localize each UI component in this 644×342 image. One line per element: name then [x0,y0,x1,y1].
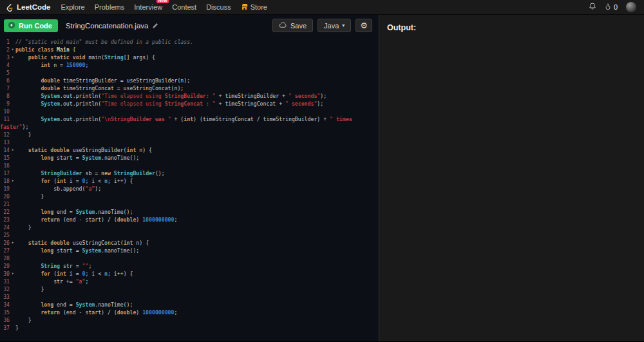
gutter: 30▾ [0,270,15,278]
gutter: 4 [0,61,15,69]
code-line[interactable]: 32 } [0,285,377,293]
language-select[interactable]: Java ▾ [317,19,351,32]
code-line[interactable]: 19 sb.append("a"); [0,185,377,193]
code-line[interactable]: 3▾ public static void main(String[] args… [0,53,377,61]
code-line-content[interactable]: System.out.println("\nStringBuilder was … [0,115,377,131]
edit-filename-icon[interactable] [152,23,158,29]
settings-button[interactable]: ⚙ [355,19,372,32]
code-line[interactable]: 14▾ static double useStringBuilder(int n… [0,146,377,154]
code-line-content[interactable]: public static void main(String[] args) { [0,53,377,61]
save-button[interactable]: Save [272,19,313,32]
code-line[interactable]: 22 long end = System.nanoTime(); [0,208,377,216]
code-line-content[interactable]: } [0,324,377,332]
code-line[interactable]: 33 [0,293,377,301]
code-line[interactable]: 34 long end = System.nanoTime(); [0,301,377,309]
code-line-content[interactable]: public class Main { [0,46,377,53]
brand-title[interactable]: LeetCode [17,3,50,11]
code-line-content[interactable] [0,138,377,146]
code-line[interactable]: 9 System.out.println("Time elapsed using… [0,100,377,108]
code-line[interactable]: 35 return (end - start) / (double) 10000… [0,309,377,316]
avatar[interactable] [626,2,636,12]
code-line-content[interactable]: long start = System.nanoTime(); [0,154,377,162]
code-line[interactable]: 17 StringBuilder sb = new StringBuilder(… [0,169,377,177]
nav-item-problems[interactable]: Problems [95,3,124,11]
fold-arrow-icon[interactable]: ▾ [10,46,15,53]
code-token: ); [95,185,101,192]
code-editor[interactable]: 1// "static void main" must be defined i… [0,36,379,341]
nav-item-interview[interactable]: Interview New [134,3,162,11]
fold-arrow-icon[interactable]: ▾ [10,146,15,154]
code-line-content[interactable]: for (int i = 0; i < n; i++) { [0,270,377,278]
code-line[interactable]: 25 [0,231,377,239]
nav-item-store[interactable]: Store [241,3,267,12]
nav-item-discuss[interactable]: Discuss [206,3,231,11]
code-line[interactable]: 36 } [0,316,377,324]
code-line[interactable]: 20 } [0,193,377,200]
code-line[interactable]: 29 String str = ""; [0,262,377,270]
code-line[interactable]: 1// "static void main" must be defined i… [0,38,377,46]
notifications-button[interactable] [589,1,596,13]
code-line[interactable]: 30▾ for (int i = 0; i < n; i++) { [0,270,377,278]
code-line-content[interactable]: return (end - start) / (double) 10000000… [0,216,377,223]
code-line-content[interactable]: String str = ""; [0,262,377,270]
code-line-content[interactable]: System.out.println("Time elapsed using S… [0,100,377,108]
code-line-content[interactable] [0,200,377,208]
code-line[interactable]: 13 [0,138,377,146]
code-line[interactable]: 5 [0,69,377,77]
code-line-content[interactable]: StringBuilder sb = new StringBuilder(); [0,169,377,177]
code-line[interactable]: 2▾public class Main { [0,46,377,53]
code-line[interactable]: 7 double timeStringConcat = useStringCon… [0,84,377,92]
code-line-content[interactable]: } [0,285,377,293]
nav-item-contest[interactable]: Contest [172,3,196,11]
code-line[interactable]: 21 [0,200,377,208]
code-line[interactable]: 16 [0,162,377,169]
code-line-content[interactable]: } [0,316,377,324]
run-code-button[interactable]: Run Code [4,19,58,32]
code-line-content[interactable] [0,293,377,301]
code-line-content[interactable] [0,162,377,169]
code-line-content[interactable]: // "static void main" must be defined in… [0,38,377,46]
nav-item-explore[interactable]: Explore [61,3,84,11]
code-line-content[interactable] [0,231,377,239]
code-line-content[interactable]: static double useStringConcat(int n) { [0,239,377,247]
code-line-content[interactable]: int n = 150000; [0,61,377,69]
code-line-content[interactable]: long start = System.nanoTime(); [0,247,377,254]
code-line-content[interactable]: sb.append("a"); [0,185,377,193]
code-line-content[interactable]: System.out.println("Time elapsed using S… [0,92,377,100]
code-line[interactable]: 12 } [0,131,377,138]
code-line-content[interactable]: for (int i = 0; i < n; i++) { [0,177,377,185]
code-line[interactable]: 11 System.out.println("\nStringBuilder w… [0,115,377,131]
fold-arrow-icon[interactable]: ▾ [10,177,15,185]
fold-arrow-icon[interactable]: ▾ [10,239,15,247]
code-line-content[interactable]: return (end - start) / (double) 10000000… [0,309,377,316]
code-line-content[interactable]: } [0,131,377,138]
code-line[interactable]: 27 long start = System.nanoTime(); [0,247,377,254]
code-line[interactable]: 37} [0,324,377,332]
code-line-content[interactable]: double timeStringBuilder = useStringBuil… [0,77,377,84]
code-line[interactable]: 10 [0,108,377,115]
code-line[interactable]: 26▾ static double useStringConcat(int n)… [0,239,377,247]
code-line[interactable]: 24 } [0,223,377,231]
code-line[interactable]: 31 str += "a"; [0,278,377,285]
code-line[interactable]: 28 [0,254,377,262]
leetcode-logo-icon[interactable] [5,3,14,12]
code-line-content[interactable] [0,254,377,262]
code-line[interactable]: 18▾ for (int i = 0; i < n; i++) { [0,177,377,185]
fold-arrow-icon[interactable]: ▾ [10,53,15,61]
code-line[interactable]: 6 double timeStringBuilder = useStringBu… [0,77,377,84]
code-line[interactable]: 4 int n = 150000; [0,61,377,69]
code-line-content[interactable]: } [0,223,377,231]
code-line[interactable]: 8 System.out.println("Time elapsed using… [0,92,377,100]
fold-arrow-icon[interactable]: ▾ [10,270,15,278]
code-line-content[interactable] [0,69,377,77]
code-line-content[interactable]: long end = System.nanoTime(); [0,208,377,216]
code-line-content[interactable]: long end = System.nanoTime(); [0,301,377,309]
code-line-content[interactable]: str += "a"; [0,278,377,285]
code-line[interactable]: 15 long start = System.nanoTime(); [0,154,377,162]
code-line-content[interactable] [0,108,377,115]
code-line-content[interactable]: static double useStringBuilder(int n) { [0,146,377,154]
code-line-content[interactable]: double timeStringConcat = useStringConca… [0,84,377,92]
code-line-content[interactable]: } [0,193,377,200]
code-line[interactable]: 23 return (end - start) / (double) 10000… [0,216,377,223]
streak-counter[interactable]: 0 [605,3,618,12]
